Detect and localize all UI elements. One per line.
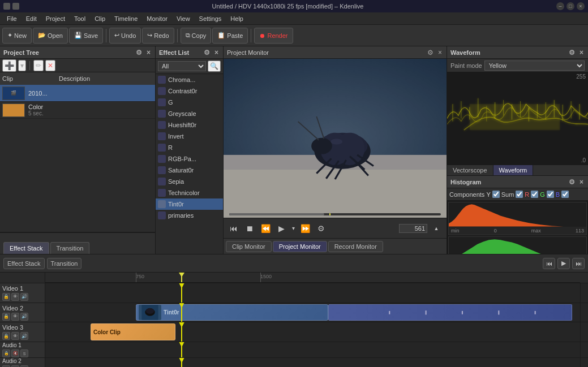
clip-thumb-tint0r [139, 305, 161, 321]
monitor-settings-icon[interactable]: ⚙ [426, 48, 435, 57]
track-eye-v2[interactable]: 👁 [11, 313, 19, 321]
remove-clip-button[interactable]: ✕ [45, 60, 55, 71]
tab-waveform[interactable]: Waveform [493, 165, 534, 175]
maximize-button[interactable]: □ [566, 2, 574, 10]
hist-b-checkbox[interactable] [561, 191, 569, 198]
effect-item-g[interactable]: G [156, 97, 223, 108]
track-lock-a1[interactable]: 🔒 [2, 349, 10, 357]
effect-settings-icon[interactable]: ⚙ [203, 48, 211, 57]
clip-row-video[interactable]: 🎬 2010... [0, 85, 155, 102]
tab-transition[interactable]: Transition [50, 242, 90, 254]
track-lock-v3[interactable]: 🔒 [2, 332, 10, 340]
open-button[interactable]: 📂 Open [33, 28, 68, 44]
histogram-settings-icon[interactable]: ⚙ [568, 178, 576, 187]
waveform-settings-icon[interactable]: ⚙ [568, 48, 576, 57]
menu-monitor[interactable]: Monitor [142, 14, 172, 23]
monitor-frame-up[interactable]: ▲ [430, 222, 443, 235]
tab-vectorscope[interactable]: Vectorscope [447, 165, 493, 175]
effect-item-primaries[interactable]: primaries [156, 210, 223, 221]
monitor-frame-input[interactable]: 561 [399, 224, 427, 233]
monitor-play-button[interactable]: ▶ [274, 222, 288, 235]
monitor-forward-button[interactable]: ⏩ [298, 222, 312, 235]
track-row-video1: Video 1 🔒 👁 🔊 [0, 283, 588, 303]
edit-clip-button[interactable]: ✏ [33, 60, 44, 71]
panel-close-icon[interactable]: × [145, 48, 152, 57]
track-eye-v3[interactable]: 👁 [11, 332, 19, 340]
track-lock-v1[interactable]: 🔒 [2, 293, 10, 301]
redo-button[interactable]: ↪ Redo [142, 28, 174, 44]
track-audio-v3[interactable]: 🔊 [20, 332, 28, 340]
track-solo-a1[interactable]: S [20, 349, 28, 357]
monitor-stop-button[interactable]: ⏹ [243, 222, 256, 235]
menu-edit[interactable]: Edit [22, 14, 41, 23]
effect-item-invert[interactable]: Invert [156, 131, 223, 142]
tab-project-monitor[interactable]: Project Monitor [273, 241, 327, 252]
track-lock-v2[interactable]: 🔒 [2, 313, 10, 321]
track-audio-v1[interactable]: 🔊 [20, 293, 28, 301]
menu-file[interactable]: File [2, 14, 22, 23]
clip-menu-button[interactable]: ▾ [18, 60, 26, 71]
effect-close-icon[interactable]: × [213, 48, 220, 57]
tl-tab-effect-stack[interactable]: Effect Stack [3, 258, 45, 269]
effect-item-hueshift0r[interactable]: Hueshift0r [156, 119, 223, 131]
copy-button[interactable]: ⧉ Copy [181, 28, 212, 44]
undo-button[interactable]: ↩ Undo [109, 28, 141, 44]
monitor-settings-button[interactable]: ⚙ [314, 222, 328, 235]
add-clip-button[interactable]: ➕ [2, 59, 16, 72]
monitor-play-dropdown[interactable]: ▾ [290, 222, 296, 235]
effect-item-rgb[interactable]: RGB-Pa... [156, 153, 223, 165]
hist-sum-checkbox[interactable] [516, 191, 523, 198]
tab-record-monitor[interactable]: Record Monitor [328, 241, 383, 252]
effect-item-chroma[interactable]: Chroma... [156, 74, 223, 85]
tl-play-button[interactable]: ▶ [557, 258, 570, 269]
effect-item-technicolor[interactable]: Technicolor [156, 187, 223, 198]
menu-timeline[interactable]: Timeline [110, 14, 142, 23]
effect-item-contrast0r[interactable]: Contrast0r [156, 85, 223, 97]
tl-tab-transition[interactable]: Transition [47, 258, 82, 269]
monitor-close-icon[interactable]: × [437, 48, 443, 57]
menu-tool[interactable]: Tool [70, 14, 90, 23]
menu-view[interactable]: View [172, 14, 195, 23]
monitor-prev-frame-button[interactable]: ⏮ [227, 222, 241, 235]
effect-icon-greyscale [158, 110, 166, 118]
histogram-close-icon[interactable]: × [578, 178, 585, 187]
render-button[interactable]: ⏺ Render [254, 28, 293, 44]
paint-mode-select[interactable]: Yellow Green White [484, 61, 585, 71]
panel-settings-icon[interactable]: ⚙ [135, 48, 143, 57]
new-button[interactable]: ✦ New [2, 28, 32, 44]
hist-g-checkbox[interactable] [547, 191, 554, 198]
hist-r-checkbox[interactable] [531, 191, 538, 198]
tl-clip-video2-cont[interactable] [328, 304, 572, 321]
clip-row-color[interactable]: Color 5 sec. [0, 102, 155, 119]
tab-effect-stack[interactable]: Effect Stack [3, 242, 49, 254]
track-mute-a1[interactable]: 🔇 [11, 349, 19, 357]
waveform-close-icon[interactable]: × [578, 48, 585, 57]
tl-prev-button[interactable]: ⏮ [543, 258, 555, 269]
effect-item-r[interactable]: R [156, 142, 223, 153]
monitor-rewind-button[interactable]: ⏪ [259, 222, 272, 235]
effect-item-sepia[interactable]: Sepia [156, 176, 223, 187]
clip-info-video: 2010... [28, 90, 48, 97]
project-tree-title: Project Tree [3, 49, 135, 56]
track-audio-v2[interactable]: 🔊 [20, 313, 28, 321]
clip-info-color: Color 5 sec. [28, 103, 44, 116]
tl-next-button[interactable]: ⏭ [572, 258, 585, 269]
tl-clip-tint0r[interactable]: Tint0r [136, 304, 328, 321]
menu-clip[interactable]: Clip [90, 14, 110, 23]
effect-search-icon[interactable]: 🔍 [208, 61, 221, 72]
effect-item-tint0r[interactable]: Tint0r [156, 198, 223, 210]
save-button[interactable]: 💾 Save [69, 28, 103, 44]
track-eye-v1[interactable]: 👁 [11, 293, 19, 301]
tl-clip-color[interactable]: Color Clip [91, 323, 175, 340]
effect-item-saturat0r[interactable]: Saturat0r [156, 165, 223, 176]
menu-settings[interactable]: Settings [195, 14, 226, 23]
menu-project[interactable]: Project [41, 14, 70, 23]
minimize-button[interactable]: – [556, 2, 564, 10]
close-button[interactable]: × [577, 2, 585, 10]
hist-y-checkbox[interactable] [492, 191, 500, 198]
effect-item-greyscale[interactable]: Greyscale [156, 108, 223, 119]
tab-clip-monitor[interactable]: Clip Monitor [226, 241, 272, 252]
effect-filter-select[interactable]: All Audio Video [158, 61, 206, 71]
paste-button[interactable]: 📋 Paste [212, 28, 248, 44]
menu-help[interactable]: Help [226, 14, 248, 23]
